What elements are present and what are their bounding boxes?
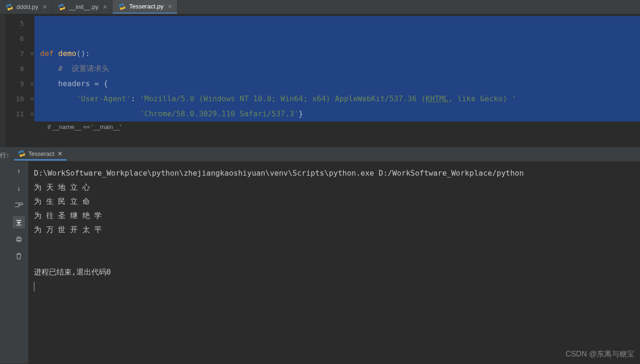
editor-tabs-bar: dddd.py ✕ __init__.py ✕ Tesseract.py ✕ xyxy=(0,0,640,14)
code-body[interactable]: def demo(): # 设置请求头 headers = { 'User-Ag… xyxy=(34,14,640,147)
scroll-up-icon[interactable]: ↑ xyxy=(13,165,25,178)
console-line: 为 往 圣 继 绝 学 xyxy=(34,211,102,220)
run-tool-window: 行: Tesseract ✕ ↑ ↓ D:\WorkSoftware_Workp… xyxy=(0,147,640,364)
python-icon xyxy=(58,3,65,11)
close-icon[interactable]: ✕ xyxy=(42,4,47,10)
run-tab-bar: Tesseract ✕ xyxy=(9,147,640,162)
line-number: 11⊟ xyxy=(5,106,34,121)
console-line: 进程已结束,退出代码0 xyxy=(34,267,111,276)
console-line: 为 万 世 开 太 平 xyxy=(34,225,102,234)
line-number: 8 xyxy=(5,61,34,76)
code-line: headers = { xyxy=(34,76,640,91)
line-number: 9⊟ xyxy=(5,76,34,91)
tab-init[interactable]: __init__.py ✕ xyxy=(52,0,113,14)
run-window-label[interactable]: 行: xyxy=(0,147,9,364)
console-line: 为 生 民 立 命 xyxy=(34,197,90,206)
code-line: # 设置请求头 xyxy=(34,61,640,76)
line-number: 6 xyxy=(5,31,34,46)
line-number: 5 xyxy=(5,16,34,31)
fold-icon[interactable]: ⊟ xyxy=(31,106,33,121)
line-gutter: 5 6 7⊟ 8 9⊟ 10⊟ 11⊟ xyxy=(5,14,34,147)
scroll-to-end-icon[interactable] xyxy=(13,216,25,228)
scroll-down-icon[interactable]: ↓ xyxy=(13,182,25,194)
left-gutter-strip xyxy=(0,14,5,147)
code-line: 'Chrome/58.0.3029.110 Safari/537.3'} xyxy=(34,106,640,121)
run-body: ↑ ↓ D:\WorkSoftware_Workplace\python\zhe… xyxy=(9,162,640,364)
console-line: 为 天 地 立 心 xyxy=(34,183,90,192)
fold-icon[interactable]: ⊟ xyxy=(31,76,33,91)
editor-area: 5 6 7⊟ 8 9⊟ 10⊟ 11⊟ def demo(): # 设置请求头 … xyxy=(0,14,640,147)
close-icon[interactable]: ✕ xyxy=(168,3,172,10)
svg-rect-2 xyxy=(17,237,20,238)
run-tab-label: Tesseract xyxy=(28,150,55,157)
trash-icon[interactable] xyxy=(13,250,25,262)
console-output[interactable]: D:\WorkSoftware_Workplace\python\zhejian… xyxy=(28,162,640,364)
tab-dddd[interactable]: dddd.py ✕ xyxy=(0,0,52,14)
text-cursor xyxy=(34,282,34,291)
console-line: D:\WorkSoftware_Workplace\python\zhejian… xyxy=(34,169,524,178)
tab-label: __init__.py xyxy=(69,3,98,10)
run-tab[interactable]: Tesseract ✕ xyxy=(14,148,66,161)
tab-label: dddd.py xyxy=(16,3,38,10)
print-icon[interactable] xyxy=(13,233,25,245)
svg-rect-0 xyxy=(16,225,21,226)
line-number: 10⊟ xyxy=(5,91,34,106)
run-main: Tesseract ✕ ↑ ↓ D:\WorkSoftware_Workplac… xyxy=(9,147,640,364)
code-line xyxy=(34,16,640,31)
python-icon xyxy=(118,3,126,10)
line-number: 7⊟ xyxy=(5,46,34,61)
code-line xyxy=(34,31,640,46)
fold-icon[interactable]: ⊟ xyxy=(31,46,33,61)
soft-wrap-icon[interactable] xyxy=(13,199,25,211)
breadcrumb[interactable]: if __name__ == '__main__' xyxy=(34,121,640,133)
tab-tesseract[interactable]: Tesseract.py ✕ xyxy=(113,0,178,14)
close-icon[interactable]: ✕ xyxy=(103,4,107,10)
close-icon[interactable]: ✕ xyxy=(57,150,63,157)
code-line: def demo(): xyxy=(34,46,640,61)
tab-label: Tesseract.py xyxy=(129,3,163,10)
python-icon xyxy=(18,150,25,157)
run-toolbar: ↑ ↓ xyxy=(9,162,28,364)
python-icon xyxy=(6,3,13,11)
code-line: 'User-Agent': 'Mozilla/5.0 (Windows NT 1… xyxy=(34,91,640,106)
fold-icon[interactable]: ⊟ xyxy=(31,91,33,106)
